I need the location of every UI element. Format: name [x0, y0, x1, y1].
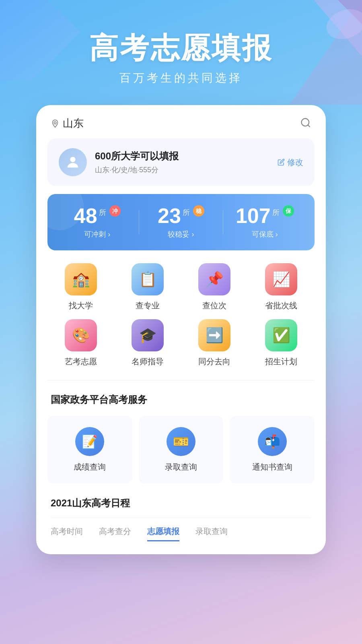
- province-line-label: 省批次线: [265, 300, 297, 311]
- notice-query-label: 通知书查询: [252, 462, 292, 473]
- find-university-icon: 🏫: [65, 263, 97, 295]
- score-query-icon: 📝: [75, 427, 104, 456]
- menu-item-check-rank[interactable]: 📌 查位次: [181, 263, 248, 311]
- search-icon[interactable]: [300, 117, 311, 130]
- stat-item-stable[interactable]: 23 所 稳 较稳妥 ›: [139, 205, 222, 239]
- menu-item-art-exam[interactable]: 🎨 艺考志愿: [47, 319, 114, 367]
- same-score-icon: ➡️: [198, 319, 230, 351]
- gov-item-notice-query[interactable]: 📬 通知书查询: [230, 416, 315, 484]
- stat-number-row-rush: 48 所 冲: [56, 205, 139, 226]
- stat-item-rush[interactable]: 48 所 冲 可冲刺 ›: [56, 205, 139, 239]
- score-info: 600所大学可以填报 山东·化/史/地·555分: [95, 150, 179, 175]
- avatar-icon: [65, 154, 81, 170]
- phone-card: 山东 600所大学可以填报 山东·化/史/地·555分: [36, 105, 326, 554]
- stat-badge-safe: 保: [283, 205, 294, 217]
- score-detail: 山东·化/史/地·555分: [95, 165, 179, 175]
- header-subtitle: 百万考生的共同选择: [0, 70, 362, 86]
- stat-label-stable: 较稳妥 ›: [139, 229, 222, 239]
- art-exam-label: 艺考志愿: [65, 356, 97, 367]
- stat-badge-rush: 冲: [109, 205, 121, 217]
- header: 高考志愿填报 百万考生的共同选择: [0, 0, 362, 86]
- check-major-icon: 📋: [132, 263, 164, 295]
- stat-unit-stable: 所: [183, 208, 190, 217]
- menu-grid: 🏫 找大学 📋 查专业 📌 查位次 📈 省批次线 🎨 艺考志愿 🎓 名师指导 ➡…: [47, 263, 315, 367]
- divider-1: [47, 380, 315, 380]
- stat-item-safe[interactable]: 107 所 保 可保底 ›: [223, 205, 306, 239]
- admission-query-icon: 🎫: [167, 427, 195, 456]
- stat-number-stable: 23: [158, 205, 181, 226]
- stat-unit-rush: 所: [99, 208, 106, 217]
- menu-item-enroll-plan[interactable]: ✅ 招生计划: [248, 319, 315, 367]
- check-rank-icon: 📌: [198, 263, 230, 295]
- svg-point-4: [54, 122, 56, 124]
- stat-label-safe: 可保底 ›: [223, 229, 306, 239]
- gov-item-admission-query[interactable]: 🎫 录取查询: [139, 416, 224, 484]
- famous-teacher-icon: 🎓: [132, 319, 164, 351]
- header-title: 高考志愿填报: [0, 32, 362, 64]
- stat-badge-stable: 稳: [193, 205, 204, 217]
- schedule-title: 2021山东高考日程: [51, 497, 311, 510]
- stat-number-rush: 48: [74, 205, 97, 226]
- location-icon: [51, 119, 60, 128]
- enroll-plan-label: 招生计划: [265, 356, 297, 367]
- location-bar: 山东: [36, 105, 326, 138]
- gov-grid: 📝 成绩查询 🎫 录取查询 📬 通知书查询: [47, 416, 315, 484]
- score-title: 600所大学可以填报: [95, 150, 179, 163]
- notice-query-icon: 📬: [258, 427, 287, 456]
- location-left: 山东: [51, 116, 84, 130]
- art-exam-icon: 🎨: [65, 319, 97, 351]
- location-text: 山东: [63, 116, 84, 130]
- check-major-label: 查专业: [136, 300, 160, 311]
- province-line-icon: 📈: [265, 263, 297, 295]
- stat-number-safe: 107: [236, 205, 271, 226]
- stats-banner: 48 所 冲 可冲刺 › 23 所 稳 较稳妥 › 107 所 保 可保底 ›: [47, 194, 315, 250]
- tab-score-check[interactable]: 高考查分: [99, 526, 131, 541]
- score-left: 600所大学可以填报 山东·化/史/地·555分: [59, 148, 179, 176]
- menu-item-famous-teacher[interactable]: 🎓 名师指导: [114, 319, 181, 367]
- tab-exam-time[interactable]: 高考时间: [51, 526, 83, 541]
- edit-label: 修改: [287, 157, 303, 168]
- schedule-tabs: 高考时间 高考查分 志愿填报 录取查询: [51, 518, 311, 541]
- stat-number-row-stable: 23 所 稳: [139, 205, 222, 226]
- menu-item-province-line[interactable]: 📈 省批次线: [248, 263, 315, 311]
- admission-query-label: 录取查询: [165, 462, 197, 473]
- stat-label-rush: 可冲刺 ›: [56, 229, 139, 239]
- find-university-label: 找大学: [69, 300, 93, 311]
- score-card: 600所大学可以填报 山东·化/史/地·555分 修改: [47, 138, 315, 186]
- famous-teacher-label: 名师指导: [132, 356, 164, 367]
- check-rank-label: 查位次: [202, 300, 226, 311]
- gov-section-title: 国家政务平台高考服务: [36, 393, 326, 406]
- edit-icon: [278, 159, 285, 166]
- score-query-label: 成绩查询: [74, 462, 106, 473]
- stat-unit-safe: 所: [272, 208, 280, 217]
- gov-item-score-query[interactable]: 📝 成绩查询: [47, 416, 132, 484]
- svg-point-5: [302, 118, 309, 126]
- menu-item-find-university[interactable]: 🏫 找大学: [47, 263, 114, 311]
- same-score-label: 同分去向: [198, 356, 230, 367]
- tab-volunteer-fill[interactable]: 志愿填报: [147, 526, 179, 541]
- schedule-section: 2021山东高考日程 高考时间 高考查分 志愿填报 录取查询: [36, 497, 326, 541]
- edit-button[interactable]: 修改: [278, 157, 303, 168]
- stat-number-row-safe: 107 所 保: [223, 205, 306, 226]
- tab-admission-check[interactable]: 录取查询: [195, 526, 228, 541]
- enroll-plan-icon: ✅: [265, 319, 297, 351]
- avatar: [59, 148, 87, 176]
- menu-item-same-score[interactable]: ➡️ 同分去向: [181, 319, 248, 367]
- menu-item-check-major[interactable]: 📋 查专业: [114, 263, 181, 311]
- svg-point-6: [70, 157, 75, 162]
